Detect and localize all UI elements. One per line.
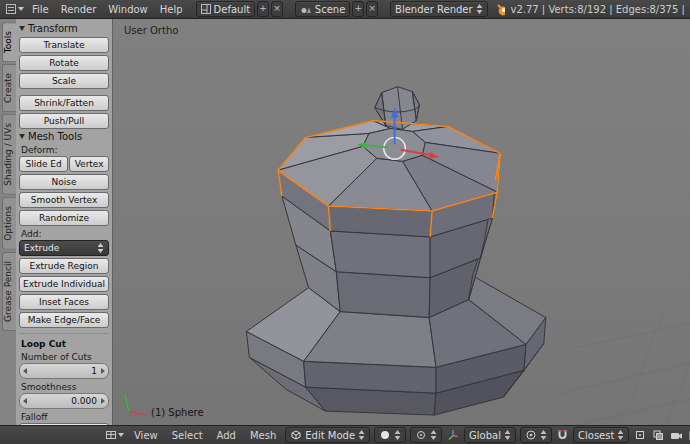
smoothness-label: Smoothness bbox=[21, 382, 108, 392]
info-editor-selector[interactable] bbox=[4, 3, 25, 15]
menu-add[interactable]: Add bbox=[212, 429, 241, 442]
updown-arrows-icon bbox=[504, 430, 511, 440]
collapse-triangle-icon bbox=[19, 134, 25, 139]
slide-edge-button[interactable]: Slide Ed bbox=[19, 156, 68, 172]
scene-value: Scene bbox=[315, 4, 346, 15]
mode-dropdown[interactable]: Edit Mode bbox=[285, 427, 370, 443]
opengl-render-button[interactable] bbox=[669, 430, 684, 441]
tab-create[interactable]: Create bbox=[2, 64, 16, 112]
proportional-circle-icon bbox=[525, 429, 537, 441]
mesh-tools-panel-title: Mesh Tools bbox=[28, 131, 82, 142]
transform-panel-title: Transform bbox=[28, 23, 78, 34]
orientation-value: Global bbox=[469, 430, 501, 441]
menu-window[interactable]: Window bbox=[103, 3, 152, 16]
blender-window: File Render Window Help Default + × Scen… bbox=[0, 0, 690, 444]
translate-button[interactable]: Translate bbox=[19, 37, 109, 53]
screen-layout-value: Default bbox=[214, 4, 251, 15]
editor-grid-icon bbox=[105, 429, 117, 441]
camera-icon bbox=[670, 430, 683, 441]
rotate-button[interactable]: Rotate bbox=[19, 55, 109, 71]
viewport-shading-dropdown[interactable] bbox=[374, 427, 406, 443]
pivot-center-dropdown[interactable] bbox=[410, 427, 442, 443]
mesh-tools-panel: Mesh Tools Deform: Slide Ed Vertex Noise… bbox=[19, 131, 109, 328]
manipulator-toggle[interactable] bbox=[446, 429, 460, 441]
scene-dropdown[interactable]: Scene bbox=[295, 1, 351, 17]
occlude-geometry-toggle[interactable] bbox=[651, 429, 665, 441]
menu-select[interactable]: Select bbox=[167, 429, 208, 442]
render-engine-value: Blender Render bbox=[395, 4, 473, 15]
viewport-header-bar: View Select Add Mesh Edit Mode bbox=[0, 425, 690, 444]
edit-mode-cube-icon bbox=[290, 429, 302, 441]
shading-sphere-icon bbox=[379, 429, 391, 441]
tab-options[interactable]: Options bbox=[2, 197, 16, 250]
remove-screen-layout-button[interactable]: × bbox=[271, 1, 283, 17]
tab-shading-uvs[interactable]: Shading / UVs bbox=[2, 114, 16, 195]
magnet-icon bbox=[557, 429, 568, 441]
mesh-tools-panel-header[interactable]: Mesh Tools bbox=[19, 131, 109, 142]
push-pull-button[interactable]: Push/Pull bbox=[19, 113, 109, 129]
screen-layout-dropdown[interactable]: Default bbox=[196, 1, 256, 17]
tab-tools[interactable]: Tools bbox=[2, 22, 16, 62]
updown-arrows-icon bbox=[394, 430, 401, 440]
deform-label: Deform: bbox=[21, 145, 108, 155]
randomize-button[interactable]: Randomize bbox=[19, 210, 109, 226]
screen-layout-icon bbox=[201, 4, 211, 14]
increase-arrow-icon[interactable] bbox=[101, 368, 105, 374]
menu-help[interactable]: Help bbox=[155, 3, 188, 16]
extrude-menu-value: Extrude bbox=[24, 243, 59, 253]
occlude-geometry-icon bbox=[652, 429, 664, 441]
updown-arrows-icon bbox=[617, 430, 624, 440]
make-edge-face-button[interactable]: Make Edge/Face bbox=[19, 312, 109, 328]
menu-render[interactable]: Render bbox=[56, 3, 102, 16]
menu-view[interactable]: View bbox=[129, 429, 163, 442]
viewport-3d[interactable]: User Ortho (1) Sphere bbox=[113, 19, 690, 425]
transform-panel-header[interactable]: Transform bbox=[19, 23, 109, 34]
view-name-label: User Ortho bbox=[124, 25, 178, 36]
snap-toggle[interactable] bbox=[556, 429, 569, 441]
extrude-individual-button[interactable]: Extrude Individual bbox=[19, 276, 109, 292]
viewport-grid bbox=[560, 310, 690, 425]
smoothness-field[interactable]: 0.000 bbox=[19, 393, 109, 409]
extrude-menu-dropdown[interactable]: Extrude bbox=[19, 240, 109, 256]
add-label: Add: bbox=[21, 229, 108, 239]
mesh-object[interactable] bbox=[246, 87, 545, 415]
menu-mesh[interactable]: Mesh bbox=[245, 429, 281, 442]
render-engine-dropdown[interactable]: Blender Render bbox=[390, 1, 488, 17]
number-of-cuts-value: 1 bbox=[27, 366, 101, 376]
pivot-icon bbox=[415, 429, 427, 441]
main-area: Tools Create Shading / UVs Options Greas… bbox=[0, 19, 690, 425]
operator-redo-panel: Loop Cut Number of Cuts 1 Smoothness 0.0… bbox=[19, 333, 109, 425]
increase-arrow-icon[interactable] bbox=[101, 398, 105, 404]
snap-target-icon bbox=[634, 429, 646, 441]
number-of-cuts-label: Number of Cuts bbox=[21, 352, 108, 362]
orientation-dropdown[interactable]: Global bbox=[464, 427, 516, 443]
tool-shelf: Transform Translate Rotate Scale Shrink/… bbox=[16, 19, 113, 425]
snap-target-button[interactable] bbox=[633, 429, 647, 441]
tab-grease-pencil[interactable]: Grease Pencil bbox=[2, 252, 16, 331]
shrink-fatten-button[interactable]: Shrink/Fatten bbox=[19, 95, 109, 111]
proportional-editing-dropdown[interactable] bbox=[520, 427, 552, 443]
mode-value: Edit Mode bbox=[305, 430, 355, 441]
blender-logo-icon bbox=[496, 3, 506, 16]
updown-arrows-icon bbox=[476, 4, 483, 14]
scale-button[interactable]: Scale bbox=[19, 73, 109, 89]
menu-file[interactable]: File bbox=[27, 3, 54, 16]
number-of-cuts-field[interactable]: 1 bbox=[19, 363, 109, 379]
add-scene-button[interactable]: + bbox=[352, 1, 364, 17]
info-header: File Render Window Help Default + × Scen… bbox=[0, 0, 690, 19]
smooth-vertex-button[interactable]: Smooth Vertex bbox=[19, 192, 109, 208]
operator-title: Loop Cut bbox=[21, 339, 108, 349]
smoothness-value: 0.000 bbox=[27, 396, 101, 406]
remove-scene-button[interactable]: × bbox=[366, 1, 378, 17]
add-screen-layout-button[interactable]: + bbox=[257, 1, 269, 17]
manipulator-axes-icon bbox=[447, 429, 459, 441]
editor-lines-icon bbox=[5, 3, 17, 15]
falloff-label: Falloff bbox=[21, 412, 108, 422]
slide-vertex-button[interactable]: Vertex bbox=[69, 156, 109, 172]
editor-type-selector[interactable] bbox=[104, 429, 125, 441]
snap-element-dropdown[interactable]: Closest bbox=[573, 427, 629, 443]
inset-faces-button[interactable]: Inset Faces bbox=[19, 294, 109, 310]
extrude-region-button[interactable]: Extrude Region bbox=[19, 258, 109, 274]
dropdown-caret-icon bbox=[118, 433, 124, 437]
noise-button[interactable]: Noise bbox=[19, 174, 109, 190]
